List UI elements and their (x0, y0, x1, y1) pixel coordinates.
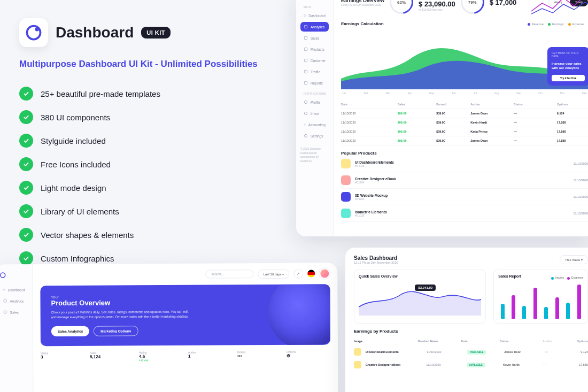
sales-title: Sales Dashboard (354, 255, 398, 261)
quick-sales-card: Quick Sales Overview $3,241.00 (354, 270, 486, 324)
upsell-card[interactable]: GET MOST OF YOUR DATA Increase your sale… (547, 47, 588, 86)
check-icon (19, 181, 33, 195)
total-earnings: TOTAL EARNINGS ▲ 16.24% $ 23,090.00 vs $… (419, 0, 455, 11)
sidebar-item-customer[interactable]: Customer (300, 56, 329, 65)
check-icon (19, 204, 33, 218)
sales-window: Sales Dashboard 12:15 PM at 19th Novembe… (345, 248, 588, 392)
sidebar-item-products[interactable]: Products (300, 44, 329, 54)
sidebar-item-dashboard[interactable]: Dashboard (0, 285, 28, 294)
sidebar-item-dashboard[interactable]: Dashboard (300, 11, 329, 20)
overview-window: DashboardAnalyticsSales search... Last 3… (0, 263, 338, 392)
table-row[interactable]: 11/10/2020$98.00$39.00Kevin Hardt•••17,5… (341, 118, 588, 127)
svg-rect-5 (304, 25, 307, 28)
ep-row[interactable]: UI Dashboard Elements11/10/2020AVAILABLE… (354, 345, 588, 358)
check-icon (19, 228, 33, 242)
sidebar-item-reports[interactable]: Reports (300, 78, 329, 88)
analytics-window: Dashcom MAIN DashboardAnalyticsSalesProd… (296, 0, 588, 236)
try-free-button[interactable]: Try it for free (552, 75, 585, 81)
nav-section-main: MAIN (304, 5, 329, 9)
banner-amount: $ 17,000 (490, 0, 517, 6)
check-icon (19, 251, 33, 265)
svg-rect-16 (3, 289, 4, 290)
sales-analytics-button[interactable]: Sales Analytics (51, 326, 90, 336)
gauge-2: 79% (461, 0, 484, 14)
page-timestamp: 12:15 PM at 19th November 2020 (341, 3, 384, 6)
check-icon (19, 157, 33, 171)
sales-bar-chart (498, 281, 583, 319)
sidebar-item-settings[interactable]: Settings (300, 131, 329, 141)
sidebar-item-inbox[interactable]: Inbox (300, 109, 329, 118)
sales-filter[interactable]: This Week ▾ (560, 255, 588, 264)
mini-line-chart: SEPTEMBER (531, 0, 588, 25)
stat-rating: Rating4.5448 total (139, 351, 183, 362)
feature-item: Library of UI elements (19, 204, 270, 218)
hero-body: Check your product statistics daily. See… (51, 310, 190, 320)
sidebar-footer: © 2020 DashcomDashboard UI components by… (300, 147, 329, 163)
earnings-table: DateSalesEarnedAuthorStatusOptions 11/10… (341, 100, 588, 145)
check-icon (19, 110, 33, 124)
product-row[interactable]: Isometric Elements#D103511/10/2020 (341, 205, 588, 222)
feature-item: 25+ beautiful pre-made templates (19, 87, 270, 101)
svg-rect-6 (304, 36, 307, 39)
sidebar-item-analytics[interactable]: Analytics (0, 296, 28, 305)
logo-icon (19, 18, 48, 47)
svg-rect-10 (304, 81, 307, 84)
uikit-pill: UI KIT (141, 27, 171, 39)
svg-rect-4 (304, 15, 306, 17)
table-row[interactable]: 11/10/2020$98.00$39.00James Dean•••9,124 (341, 109, 588, 118)
gauge-1: 62% (390, 0, 413, 14)
product-row[interactable]: 3D Website Mockup#D920311/10/2020 (341, 189, 588, 205)
svg-rect-7 (304, 48, 307, 50)
sidebar: Dashcom MAIN DashboardAnalyticsSalesProd… (296, 0, 334, 236)
feature-item: Light mode design (19, 181, 270, 195)
stat-author: Author1 (188, 350, 232, 361)
feature-item: 380 UI components (19, 110, 270, 124)
svg-point-11 (304, 101, 307, 103)
check-icon (19, 134, 33, 148)
sales-timestamp: 12:15 PM at 19th November 2020 (354, 261, 398, 264)
ep-row[interactable]: Creative Designer eBook11/10/2020AVAILAB… (354, 358, 588, 371)
avatar[interactable] (319, 268, 330, 279)
date-filter[interactable]: Last 30 days ▾ (258, 269, 289, 278)
chart-title: Earnings Calculation (341, 21, 384, 26)
sidebar-item-analytics[interactable]: Analytics (300, 22, 329, 32)
overview-sidebar: DashboardAnalyticsSales (0, 264, 34, 392)
sidebar-item-traffic[interactable]: Traffic (300, 67, 329, 76)
product-row[interactable]: Creative Designer eBook#D120411/10/2020 (341, 172, 588, 189)
nav-section-notif: NOTIFICATIONS (304, 92, 329, 95)
hero-card: Your Product Overview Check your product… (40, 284, 330, 346)
feature-item: Stylguide included (19, 134, 270, 148)
sidebar-item-accounting[interactable]: Accounting (300, 120, 329, 129)
svg-point-14 (304, 134, 307, 137)
promo-title: Dashboard (56, 24, 134, 41)
search-input[interactable]: search... (205, 270, 253, 278)
sales-report-card: Sales Report IncomeExpenses (493, 270, 588, 324)
svg-rect-9 (304, 70, 307, 73)
x-axis: JanFebMarAprMayJunJulAugSepOctNovDec (341, 91, 588, 95)
sidebar-item-profile[interactable]: Profile (300, 97, 329, 107)
stat-options: Options⚙ (287, 350, 330, 360)
flag-icon (307, 270, 315, 278)
marketing-options-button[interactable]: Marketing Options (94, 326, 138, 336)
stat-details: Details••• (237, 350, 281, 361)
table-row[interactable]: 11/10/2020$98.00$39.00Katja Prince•••17,… (341, 127, 588, 136)
svg-rect-8 (304, 59, 307, 62)
svg-point-12 (304, 112, 307, 114)
feature-list: 25+ beautiful pre-made templates 380 UI … (19, 87, 270, 265)
sidebar-item-sales[interactable]: Sales (300, 33, 329, 43)
feature-item: Vector shapes & elements (19, 228, 270, 242)
svg-rect-18 (4, 311, 6, 313)
product-row[interactable]: UI Dashboard Elements#D442611/10/2020 (341, 156, 588, 172)
svg-point-15 (1, 273, 5, 278)
svg-rect-17 (4, 299, 6, 302)
stats-row: Status3Sales5,124Rating4.5448 totalAutho… (41, 350, 330, 362)
feature-item: Free Icons included (19, 157, 270, 171)
check-icon (19, 87, 33, 101)
chart-tooltip: $3,241.00 (415, 285, 436, 291)
sales-line-chart: $3,241.00 (359, 281, 481, 316)
svg-point-13 (304, 124, 306, 126)
share-icon[interactable]: ↗ (293, 269, 303, 279)
table-row[interactable]: 11/10/2020$98.00$39.00James Dean•••17,58… (341, 136, 588, 145)
sidebar-item-sales[interactable]: Sales (0, 307, 28, 317)
stat-sales: Sales5,124 (90, 351, 134, 362)
